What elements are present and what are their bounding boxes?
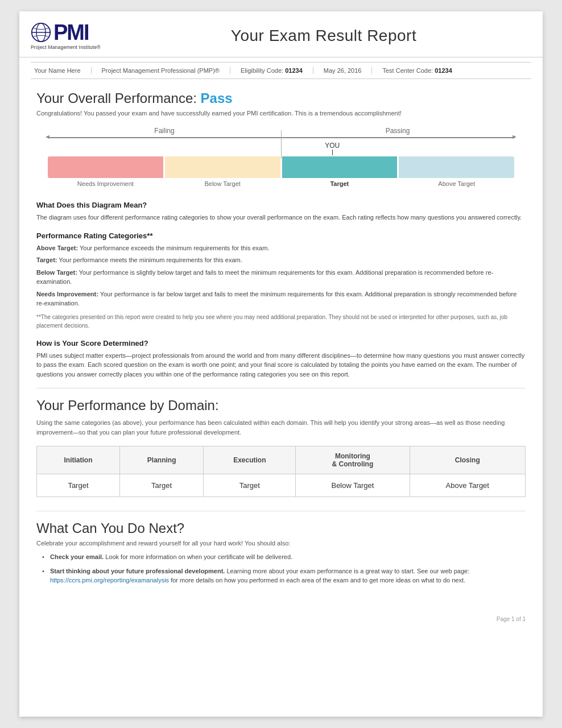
pmi-globe-icon xyxy=(31,22,51,43)
chart-arrow-row: ◄ ► xyxy=(48,137,514,138)
bar-below-target xyxy=(165,156,280,178)
bar-labels-row: Needs Improvement Below Target Target Ab… xyxy=(48,180,514,187)
logo-tagline: Project Management Institute® xyxy=(31,44,101,50)
bar-above-target xyxy=(399,156,514,178)
target-desc: Target: Your performance meets the minim… xyxy=(36,255,526,265)
bar-target xyxy=(282,156,398,178)
below-target-desc: Below Target: Your performance is slight… xyxy=(36,268,526,287)
domain-title: Your Performance by Domain: xyxy=(36,398,526,413)
col-monitoring: Monitoring& Controling xyxy=(296,446,410,474)
page-footer: Page 1 of 1 xyxy=(19,610,543,631)
needs-improvement-desc: Needs Improvement: Your performance is f… xyxy=(36,289,526,308)
col-initiation: Initiation xyxy=(37,446,120,474)
above-target-desc: Above Target: Your performance exceeds t… xyxy=(36,243,526,253)
val-initiation: Target xyxy=(37,474,120,497)
next-item-2: Start thinking about your future profess… xyxy=(42,566,526,585)
arrow-right-icon: ► xyxy=(511,133,518,140)
section-divider-1 xyxy=(36,388,526,388)
domain-value-row: Target Target Target Below Target Above … xyxy=(37,474,526,497)
page-header: PMI Project Management Institute® Your E… xyxy=(19,11,543,57)
chart-arrow-line: ◄ ► xyxy=(48,137,514,138)
diagram-title: What Does this Diagram Mean? xyxy=(36,201,526,209)
exam-date: May 26, 2016 xyxy=(313,67,373,74)
candidate-name: Your Name Here xyxy=(31,67,92,74)
logo-area: PMI Project Management Institute® xyxy=(31,22,105,50)
overall-title: Your Overall Performance: Pass xyxy=(36,90,526,106)
score-text: PMI uses subject matter experts—project … xyxy=(36,351,526,379)
next-section: What Can You Do Next? Celebrate your acc… xyxy=(36,520,526,585)
label-needs-improvement: Needs Improvement xyxy=(48,180,163,187)
page-title: Your Exam Result Report xyxy=(122,27,526,45)
bar-needs-improvement xyxy=(48,156,163,178)
passing-label: Passing xyxy=(281,127,514,135)
exam-result-page: PMI Project Management Institute® Your E… xyxy=(19,11,543,717)
next-subtitle: Celebrate your accomplishment and reward… xyxy=(36,540,526,547)
overall-subtitle: Congratulations! You passed your exam an… xyxy=(36,110,526,117)
domain-section: Your Performance by Domain: Using the sa… xyxy=(36,398,526,497)
chart-bars xyxy=(48,156,514,178)
test-center-code: Test Center Code: 01234 xyxy=(372,67,462,74)
page-number: Page 1 of 1 xyxy=(497,616,526,622)
performance-chart: Failing Passing ◄ ► YOU xyxy=(48,127,514,187)
val-planning: Target xyxy=(119,474,203,497)
domain-subtitle: Using the same categories (as above), yo… xyxy=(36,418,526,437)
eligibility-code: Eligibility Code: 01234 xyxy=(230,67,313,74)
you-label: YOU xyxy=(325,142,340,150)
info-bar: Your Name Here Project Management Profes… xyxy=(31,62,531,79)
next-list: Check your email. Look for more informat… xyxy=(36,552,526,585)
diagram-explanation-section: What Does this Diagram Mean? The diagram… xyxy=(36,201,526,222)
label-target: Target xyxy=(282,180,398,187)
exam-name: Project Management Professional (PMP)® xyxy=(92,67,230,74)
next-item-1: Check your email. Look for more informat… xyxy=(42,552,526,562)
domain-header-row: Initiation Planning Execution Monitoring… xyxy=(37,446,526,474)
label-below-target: Below Target xyxy=(165,180,280,187)
overall-performance-section: Your Overall Performance: Pass Congratul… xyxy=(36,90,526,187)
score-title: How is Your Score Determined? xyxy=(36,339,526,348)
logo-box: PMI xyxy=(31,22,89,43)
val-closing: Above Target xyxy=(410,474,525,497)
next-title: What Can You Do Next? xyxy=(36,520,526,536)
col-execution: Execution xyxy=(204,446,296,474)
col-planning: Planning xyxy=(119,446,203,474)
pmi-text: PMI xyxy=(53,22,89,43)
col-closing: Closing xyxy=(410,446,525,474)
val-monitoring: Below Target xyxy=(296,474,410,497)
main-content: Your Overall Performance: Pass Congratul… xyxy=(19,79,543,610)
domain-table: Initiation Planning Execution Monitoring… xyxy=(36,446,526,497)
failing-label: Failing xyxy=(48,127,281,135)
you-label-row: YOU xyxy=(48,142,514,155)
performance-categories-section: Performance Rating Categories** Above Ta… xyxy=(36,231,526,330)
categories-title: Performance Rating Categories** xyxy=(36,231,526,240)
pmi-link[interactable]: https://ccrs.pmi.org/reporting/examanaly… xyxy=(50,577,169,584)
categories-text: Above Target: Your performance exceeds t… xyxy=(36,243,526,330)
diagram-text: The diagram uses four different performa… xyxy=(36,213,526,222)
you-tick xyxy=(332,150,333,155)
arrow-left-icon: ◄ xyxy=(44,133,51,140)
footnote-text: **The categories presented on this repor… xyxy=(36,313,526,330)
score-section: How is Your Score Determined? PMI uses s… xyxy=(36,339,526,379)
section-divider-2 xyxy=(36,511,526,511)
label-above-target: Above Target xyxy=(399,180,514,187)
val-execution: Target xyxy=(204,474,296,497)
